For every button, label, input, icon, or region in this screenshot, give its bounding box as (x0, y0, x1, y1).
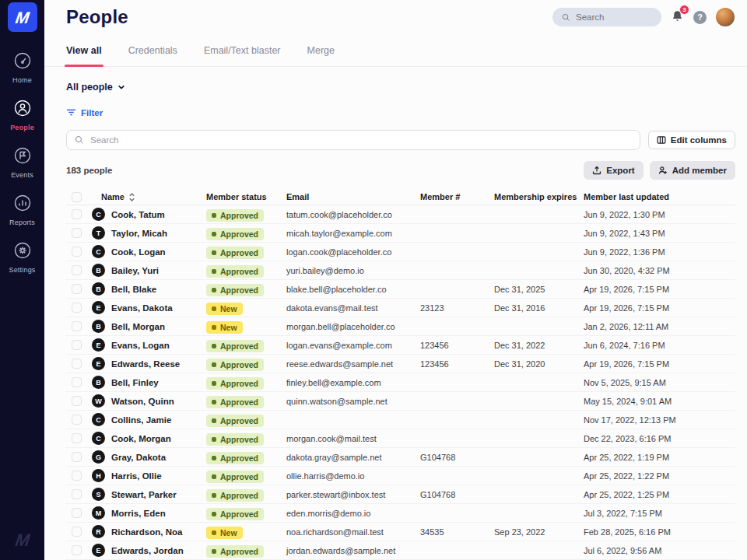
people-segment-dropdown[interactable]: All people (66, 82, 125, 93)
row-checkbox[interactable] (72, 452, 82, 462)
member-number: 123456 (420, 341, 494, 350)
add-member-label: Add member (672, 166, 727, 175)
member-name: Gray, Dakota (111, 453, 166, 462)
member-email: logan.evans@example.com (286, 341, 420, 350)
row-checkbox[interactable] (72, 209, 82, 219)
member-email: logan.cook@placeholder.co (286, 247, 420, 257)
tab-view-all[interactable]: View all (66, 45, 102, 66)
sidebar-item-people[interactable]: People (0, 96, 44, 133)
table-row[interactable]: C Collins, Jamie Approved Nov 17, 2022, … (66, 411, 735, 429)
sidebar-item-reports[interactable]: Reports (0, 191, 44, 228)
column-header-email[interactable]: Email (286, 192, 420, 201)
filter-button[interactable]: Filter (66, 108, 103, 117)
member-last-updated: Jun 9, 2022, 1:30 PM (584, 210, 735, 219)
column-header-member-no[interactable]: Member # (420, 192, 494, 201)
row-checkbox[interactable] (72, 284, 82, 294)
row-checkbox[interactable] (72, 321, 82, 331)
table-row[interactable]: G Gray, Dakota Approved dakota.gray@samp… (66, 448, 735, 467)
row-checkbox[interactable] (72, 228, 82, 238)
row-checkbox[interactable] (72, 340, 82, 350)
table-row[interactable]: R Richardson, Noa New noa.richardson@mai… (66, 523, 735, 541)
row-checkbox[interactable] (72, 508, 82, 518)
status-dot-icon (212, 213, 216, 218)
count-row: 183 people Export Add member (44, 150, 747, 180)
select-all-checkbox[interactable] (72, 192, 82, 202)
status-badge: New (206, 303, 243, 315)
row-checkbox[interactable] (72, 303, 82, 313)
status-badge: Approved (206, 452, 264, 464)
row-checkbox[interactable] (72, 527, 82, 537)
tab-email-text-blaster[interactable]: Email/Text blaster (204, 45, 281, 66)
row-checkbox[interactable] (72, 359, 82, 369)
status-badge: Approved (206, 377, 264, 390)
member-name: Edwards, Reese (111, 359, 180, 369)
table-row[interactable]: E Evans, Dakota New dakota.evans@mail.te… (66, 299, 735, 317)
member-last-updated: Apr 25, 2022, 1:22 PM (584, 471, 735, 481)
row-checkbox[interactable] (72, 471, 82, 481)
member-last-updated: Apr 25, 2022, 1:25 PM (584, 490, 735, 499)
sidebar-item-settings[interactable]: Settings (0, 239, 44, 275)
table-row[interactable]: E Edwards, Jordan Approved jordan.edward… (66, 541, 735, 560)
table-row[interactable]: T Taylor, Micah Approved micah.taylor@ex… (66, 224, 735, 243)
member-last-updated: Feb 28, 2025, 6:16 PM (584, 527, 735, 537)
row-checkbox[interactable] (72, 489, 82, 499)
export-button[interactable]: Export (584, 161, 643, 180)
member-number: G104768 (420, 453, 494, 462)
table-search-input[interactable]: Search (66, 130, 640, 150)
edit-columns-button[interactable]: Edit columns (648, 131, 735, 149)
table-row[interactable]: C Cook, Morgan Approved morgan.cook@mail… (66, 429, 735, 448)
member-last-updated: Jun 6, 2024, 7:16 PM (584, 341, 735, 350)
member-number: 123456 (420, 359, 494, 369)
table-row[interactable]: B Bell, Blake Approved blake.bell@placeh… (66, 280, 735, 299)
global-search-input[interactable]: Search (552, 8, 661, 26)
table-row[interactable]: S Stewart, Parker Approved parker.stewar… (66, 485, 735, 504)
sidebar-item-home[interactable]: Home (0, 49, 44, 86)
row-checkbox[interactable] (72, 433, 82, 443)
member-email: eden.morris@demo.io (286, 509, 420, 518)
member-last-updated: Jan 2, 2026, 12:11 AM (584, 322, 735, 331)
sidebar-item-events[interactable]: Events (0, 144, 44, 180)
column-header-member-last-updated[interactable]: Member last updated (584, 192, 735, 201)
member-name: Taylor, Micah (111, 229, 167, 238)
row-checkbox[interactable] (72, 415, 82, 425)
table-row[interactable]: B Bell, Morgan New morgan.bell@placehold… (66, 317, 735, 336)
tab-merge[interactable]: Merge (307, 45, 335, 66)
column-header-membership-expires[interactable]: Membership expires (494, 192, 584, 201)
help-button[interactable]: ? (693, 11, 707, 24)
table-search-placeholder: Search (90, 135, 118, 145)
status-dot-icon (212, 530, 216, 535)
member-email: finley.bell@example.com (286, 378, 420, 387)
member-last-updated: Nov 5, 2025, 9:15 AM (584, 378, 735, 387)
row-checkbox[interactable] (72, 377, 82, 387)
avatar: T (92, 226, 105, 240)
table-row[interactable]: W Watson, Quinn Approved quinn.watson@sa… (66, 392, 735, 411)
member-email: morgan.bell@placeholder.co (286, 322, 420, 331)
table-row[interactable]: E Edwards, Reese Approved reese.edwards@… (66, 355, 735, 373)
member-name: Evans, Logan (111, 341, 170, 350)
membership-expires: Sep 23, 2022 (494, 527, 584, 537)
table-row[interactable]: B Bell, Finley Approved finley.bell@exam… (66, 373, 735, 392)
user-avatar[interactable] (716, 8, 735, 26)
settings-icon (12, 240, 33, 264)
table-row[interactable]: C Cook, Logan Approved logan.cook@placeh… (66, 243, 735, 261)
table-row[interactable]: H Harris, Ollie Approved ollie.harris@de… (66, 467, 735, 485)
row-checkbox[interactable] (72, 265, 82, 275)
table-row[interactable]: B Bailey, Yuri Approved yuri.bailey@demo… (66, 261, 735, 280)
sort-icon[interactable] (128, 193, 135, 201)
avatar: B (92, 282, 105, 296)
row-checkbox[interactable] (72, 396, 82, 406)
add-member-button[interactable]: Add member (650, 161, 735, 180)
tab-credentials[interactable]: Credentials (128, 45, 177, 66)
table-row[interactable]: M Morris, Eden Approved eden.morris@demo… (66, 504, 735, 523)
row-checkbox[interactable] (72, 247, 82, 257)
add-user-icon (658, 166, 668, 175)
table-row[interactable]: C Cook, Tatum Approved tatum.cook@placeh… (66, 205, 735, 224)
notifications-button[interactable]: 3 (671, 9, 684, 26)
table-row[interactable]: E Evans, Logan Approved logan.evans@exam… (66, 336, 735, 355)
row-checkbox[interactable] (72, 545, 82, 555)
member-last-updated: Jun 9, 2022, 1:36 PM (584, 247, 735, 257)
column-header-name[interactable]: Name (92, 192, 206, 201)
column-header-member-status[interactable]: Member status (206, 192, 286, 201)
app-logo[interactable]: M (8, 2, 37, 32)
member-email: ollie.harris@demo.io (286, 471, 420, 481)
